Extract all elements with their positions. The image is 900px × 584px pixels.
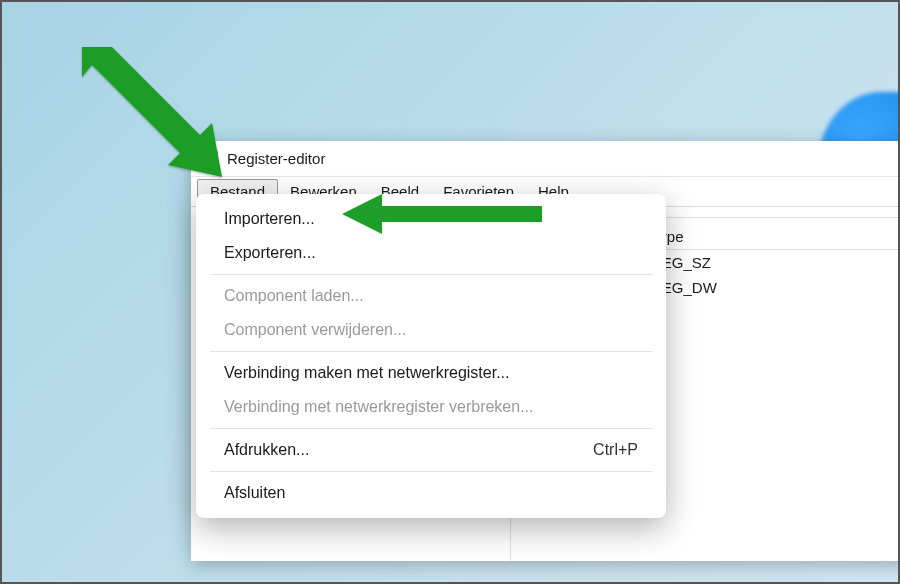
window-title: Register-editor (227, 150, 325, 167)
annotation-arrow-icon (342, 194, 542, 234)
svg-marker-9 (342, 194, 542, 234)
svg-marker-8 (82, 47, 222, 177)
menu-item-verbinding-maken[interactable]: Verbinding maken met netwerkregister... (196, 356, 666, 390)
menu-item-afsluiten[interactable]: Afsluiten (196, 476, 666, 510)
menu-item-component-laden: Component laden... (196, 279, 666, 313)
cell-type: REG_SZ (651, 254, 771, 271)
menu-item-label: Importeren... (224, 210, 315, 228)
menu-item-exporteren[interactable]: Exporteren... (196, 236, 666, 270)
menu-item-afdrukken[interactable]: Afdrukken... Ctrl+P (196, 433, 666, 467)
titlebar: Register-editor (191, 141, 900, 177)
menu-item-label: Component laden... (224, 287, 364, 305)
menu-item-verbinding-verbreken: Verbinding met netwerkregister verbreken… (196, 390, 666, 424)
menu-item-shortcut: Ctrl+P (593, 441, 638, 459)
annotation-arrow-icon (72, 37, 232, 187)
menu-item-label: Afdrukken... (224, 441, 309, 459)
menu-separator (210, 428, 652, 429)
menu-separator (210, 351, 652, 352)
menu-separator (210, 471, 652, 472)
list-header-type: Type (651, 228, 771, 245)
menu-item-label: Exporteren... (224, 244, 316, 262)
file-menu-dropdown: Importeren... Exporteren... Component la… (196, 194, 666, 518)
menu-item-component-verwijderen: Component verwijderen... (196, 313, 666, 347)
cell-type: REG_DW (651, 279, 771, 296)
menu-item-label: Verbinding met netwerkregister verbreken… (224, 398, 533, 416)
menu-item-label: Afsluiten (224, 484, 285, 502)
menu-separator (210, 274, 652, 275)
menu-item-label: Component verwijderen... (224, 321, 406, 339)
menu-item-label: Verbinding maken met netwerkregister... (224, 364, 509, 382)
